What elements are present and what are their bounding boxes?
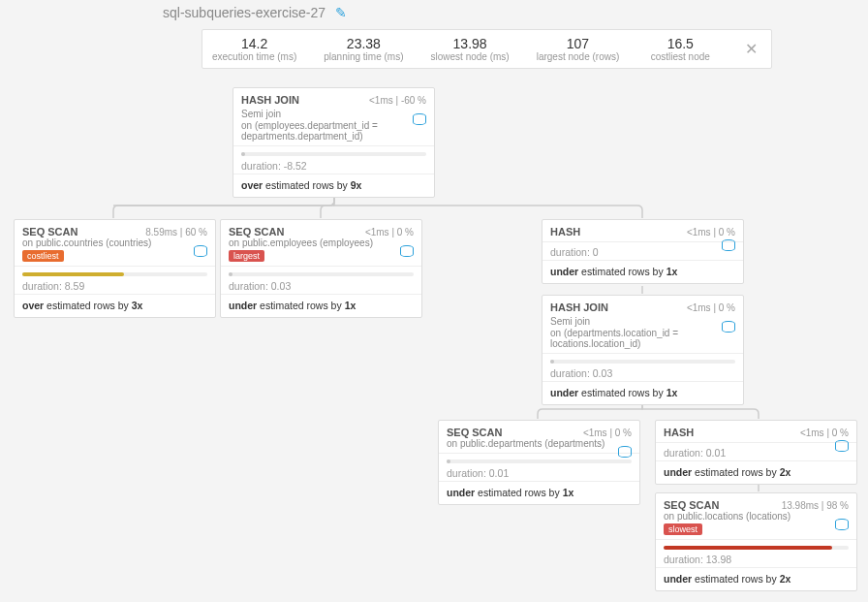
- node-pct: 0 %: [719, 302, 735, 313]
- database-icon[interactable]: [722, 321, 735, 333]
- node-name: SEQ SCAN: [447, 427, 502, 438]
- node-time: <1ms: [365, 227, 389, 238]
- node-on: on (employees.department_id = department…: [241, 120, 426, 142]
- node-name: SEQ SCAN: [229, 226, 284, 238]
- node-pct: 0 %: [719, 227, 735, 238]
- stat-large-v: 107: [537, 36, 620, 51]
- node-name: HASH: [664, 427, 694, 438]
- node-duration: duration: 13.98: [656, 550, 856, 568]
- stat-exec-v: 14.2: [212, 36, 296, 51]
- node-hash-1[interactable]: HASH <1ms | 0 % duration: 0 under estima…: [542, 219, 744, 284]
- database-icon[interactable]: [835, 440, 849, 452]
- database-icon[interactable]: [400, 245, 414, 257]
- node-seq-scan-employees[interactable]: SEQ SCAN <1ms | 0 % on public.employees …: [220, 219, 422, 318]
- node-time: <1ms: [800, 428, 824, 438]
- database-icon[interactable]: [413, 113, 426, 125]
- stat-slow-v: 13.98: [431, 36, 510, 51]
- node-sub: Semi join: [241, 109, 281, 119]
- node-on: on (departments.location_id = locations.…: [550, 328, 735, 349]
- node-pct: -60 %: [401, 95, 426, 106]
- close-icon[interactable]: ✕: [741, 40, 761, 58]
- node-duration: duration: 0.03: [542, 364, 743, 382]
- badge-slowest: slowest: [664, 523, 702, 535]
- node-time: 13.98ms: [782, 500, 819, 511]
- page-title: sql-subqueries-exercise-27: [163, 5, 326, 20]
- node-est-fac: 9x: [351, 179, 362, 191]
- node-seq-scan-departments[interactable]: SEQ SCAN <1ms | 0 % on public.department…: [438, 420, 640, 505]
- node-time: <1ms: [687, 302, 711, 313]
- database-icon[interactable]: [618, 446, 632, 458]
- stat-plan-l: planning time (ms): [324, 51, 403, 62]
- node-name: SEQ SCAN: [664, 499, 719, 511]
- database-icon[interactable]: [835, 519, 849, 530]
- node-name: HASH JOIN: [550, 301, 608, 313]
- node-pct: 0 %: [832, 428, 849, 438]
- stat-cost-l: costliest node: [646, 51, 714, 62]
- badge-costliest: costliest: [22, 250, 64, 262]
- node-duration: duration: 0.01: [656, 443, 856, 461]
- stat-exec-l: execution time (ms): [212, 51, 296, 62]
- node-name: HASH: [550, 226, 580, 238]
- stat-large-l: largest node (rows): [537, 51, 620, 62]
- node-name: SEQ SCAN: [22, 226, 78, 238]
- node-time: 8.59ms: [145, 227, 177, 238]
- node-duration: duration: 8.59: [15, 276, 215, 295]
- stats-bar: 14.2execution time (ms) 23.38planning ti…: [202, 29, 772, 69]
- node-seq-scan-countries[interactable]: SEQ SCAN 8.59ms | 60 % on public.countri…: [14, 219, 216, 318]
- node-sub: Semi join: [550, 315, 735, 328]
- node-duration: duration: 0.03: [221, 276, 421, 295]
- node-on: on public.employees (employees): [229, 238, 414, 248]
- node-pct: 60 %: [185, 227, 207, 238]
- node-est-pre: over: [241, 179, 263, 191]
- node-time: <1ms: [687, 227, 711, 238]
- stat-slow-l: slowest node (ms): [431, 51, 510, 62]
- badge-largest: largest: [229, 250, 264, 262]
- node-pct: 0 %: [615, 428, 632, 438]
- node-seq-scan-locations[interactable]: SEQ SCAN 13.98ms | 98 % on public.locati…: [655, 492, 857, 591]
- node-duration: duration: 0.01: [439, 463, 639, 482]
- node-on: on public.departments (departments): [447, 438, 632, 449]
- node-duration: duration: 0: [542, 242, 743, 261]
- node-on: on public.countries (countries): [22, 238, 207, 248]
- node-name: HASH JOIN: [241, 94, 299, 106]
- node-hash-join-2[interactable]: HASH JOIN <1ms | 0 % Semi join on (depar…: [542, 295, 744, 405]
- node-hash-join-root[interactable]: HASH JOIN <1ms | -60 % Semi join on (emp…: [232, 87, 435, 198]
- node-time: <1ms: [583, 428, 607, 438]
- node-pct: 0 %: [397, 227, 414, 238]
- node-time: <1ms: [369, 95, 393, 106]
- node-duration: duration: -8.52: [233, 156, 434, 174]
- database-icon[interactable]: [194, 245, 207, 257]
- node-pct: 98 %: [826, 500, 849, 511]
- node-hash-2[interactable]: HASH <1ms | 0 % duration: 0.01 under est…: [655, 420, 857, 485]
- database-icon[interactable]: [722, 239, 735, 251]
- stat-plan-v: 23.38: [324, 36, 403, 51]
- stat-cost-v: 16.5: [646, 36, 714, 51]
- edit-icon[interactable]: ✎: [335, 5, 347, 20]
- node-on: on public.locations (locations): [664, 511, 849, 522]
